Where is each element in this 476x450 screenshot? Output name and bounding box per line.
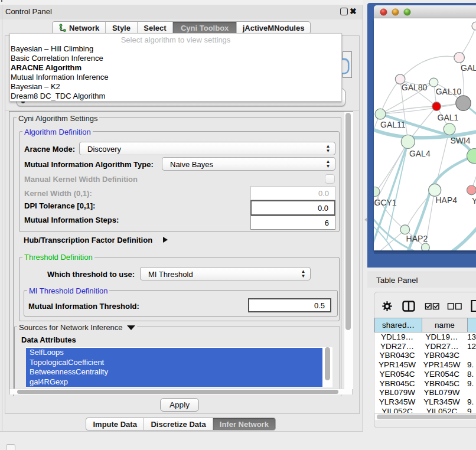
svg-text:GAL11: GAL11 (380, 120, 406, 129)
svg-text:SWI4: SWI4 (450, 136, 470, 145)
svg-text:GAL7: GAL7 (461, 63, 476, 73)
svg-text:GAL10: GAL10 (436, 87, 462, 96)
svg-text:GCY1: GCY1 (374, 198, 397, 207)
svg-text:HAP2: HAP2 (406, 234, 428, 243)
svg-text:GAL80: GAL80 (402, 83, 428, 92)
svg-text:Y: Y (472, 196, 476, 206)
svg-text:GAL4: GAL4 (409, 149, 431, 158)
svg-text:GAL1: GAL1 (438, 113, 459, 122)
svg-text:HAP4: HAP4 (436, 195, 458, 205)
